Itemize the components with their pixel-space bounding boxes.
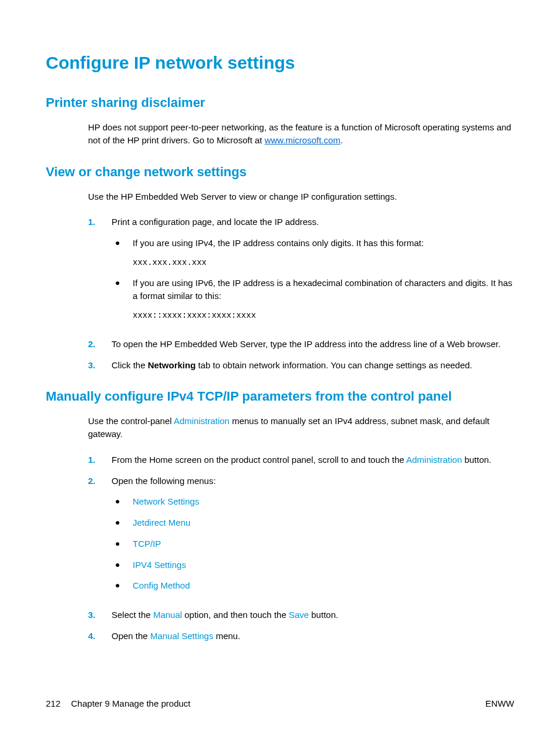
sub-bullets: ● If you are using IPv4, the IP address … <box>112 237 514 321</box>
step-number: 2. <box>88 338 112 351</box>
bullet-icon: ● <box>112 277 133 321</box>
list-item: 4. Open the Manual Settings menu. <box>88 630 514 643</box>
list-item: ●IPV4 Settings <box>112 559 514 572</box>
step-text: To open the HP Embedded Web Server, type… <box>112 338 514 351</box>
code-sample: xxx.xxx.xxx.xxx <box>133 257 514 268</box>
bullet-text: If you are using IPv6, the IP address is… <box>133 278 512 301</box>
step-text-pre: Select the <box>112 610 153 620</box>
manual-intro: Use the control-panel Administration men… <box>88 415 514 441</box>
manual-heading: Manually configure IPv4 TCP/IP parameter… <box>46 389 514 404</box>
disclaimer-text-post: . <box>340 135 343 145</box>
list-item: ●TCP/IP <box>112 537 514 550</box>
manual-steps: 1. From the Home screen on the product c… <box>88 453 514 643</box>
language-code: ENWW <box>485 698 514 708</box>
step-number: 3. <box>88 609 112 621</box>
step-text-mid: option, and then touch the <box>182 610 289 620</box>
menu-item: TCP/IP <box>133 537 514 550</box>
step-number: 2. <box>88 475 112 601</box>
chapter-label: Chapter 9 Manage the product <box>71 698 190 708</box>
list-item: 1. Print a configuration page, and locat… <box>88 216 514 330</box>
bullet-icon: ● <box>112 537 133 550</box>
list-item: 2. Open the following menus: ●Network Se… <box>88 475 514 601</box>
bullet-text: If you are using IPv4, the IP address co… <box>133 238 424 248</box>
bullet-icon: ● <box>112 559 133 572</box>
list-item: 2. To open the HP Embedded Web Server, t… <box>88 338 514 351</box>
bullet-icon: ● <box>112 495 133 508</box>
administration-ref: Administration <box>174 416 230 426</box>
section-view: View or change network settings Use the … <box>46 164 514 372</box>
step-number: 1. <box>88 453 112 466</box>
list-item: 1. From the Home screen on the product c… <box>88 453 514 466</box>
step-text-pre: From the Home screen on the product cont… <box>112 455 406 465</box>
list-item: 3. Click the Networking tab to obtain ne… <box>88 359 514 372</box>
administration-ref: Administration <box>406 455 462 465</box>
page-number: 212 <box>46 698 60 708</box>
networking-label: Networking <box>148 360 196 370</box>
bullet-icon: ● <box>112 579 133 592</box>
disclaimer-heading: Printer sharing disclaimer <box>46 95 514 110</box>
disclaimer-body: HP does not support peer-to-peer network… <box>88 121 514 147</box>
list-item: ●Network Settings <box>112 495 514 508</box>
step-number: 4. <box>88 630 112 643</box>
list-item: ● If you are using IPv6, the IP address … <box>112 277 514 321</box>
step-text-pre: Click the <box>112 360 148 370</box>
code-sample: xxxx::xxxx:xxxx:xxxx:xxxx <box>133 310 514 321</box>
step-text-post: tab to obtain network information. You c… <box>195 360 472 370</box>
menu-item: Config Method <box>133 579 514 592</box>
step-text-post: button. <box>462 455 491 465</box>
section-manual: Manually configure IPv4 TCP/IP parameter… <box>46 389 514 642</box>
step-number: 1. <box>88 216 112 330</box>
page-title: Configure IP network settings <box>46 53 514 73</box>
menu-list: ●Network Settings ●Jetdirect Menu ●TCP/I… <box>112 495 514 592</box>
menu-item: Jetdirect Menu <box>133 516 514 529</box>
step-text-post: button. <box>309 610 338 620</box>
view-steps: 1. Print a configuration page, and locat… <box>88 216 514 371</box>
section-disclaimer: Printer sharing disclaimer HP does not s… <box>46 95 514 147</box>
list-item: ●Jetdirect Menu <box>112 516 514 529</box>
microsoft-link[interactable]: www.microsoft.com <box>265 135 340 145</box>
step-text: Open the following menus: <box>112 476 216 486</box>
manual-settings-ref: Manual Settings <box>150 631 214 641</box>
step-text: Print a configuration page, and locate t… <box>112 217 319 227</box>
step-text-post: menu. <box>213 631 240 641</box>
step-number: 3. <box>88 359 112 372</box>
bullet-icon: ● <box>112 237 133 268</box>
menu-item: IPV4 Settings <box>133 559 514 572</box>
bullet-icon: ● <box>112 516 133 529</box>
save-ref: Save <box>289 610 309 620</box>
list-item: 3. Select the Manual option, and then to… <box>88 609 514 621</box>
list-item: ●Config Method <box>112 579 514 592</box>
page-footer: 212 Chapter 9 Manage the product ENWW <box>46 698 514 708</box>
list-item: ● If you are using IPv4, the IP address … <box>112 237 514 268</box>
view-intro: Use the HP Embedded Web Server to view o… <box>88 190 514 203</box>
manual-ref: Manual <box>153 610 182 620</box>
view-heading: View or change network settings <box>46 164 514 180</box>
menu-item: Network Settings <box>133 495 514 508</box>
intro-pre: Use the control-panel <box>88 416 174 426</box>
step-text-pre: Open the <box>112 631 150 641</box>
